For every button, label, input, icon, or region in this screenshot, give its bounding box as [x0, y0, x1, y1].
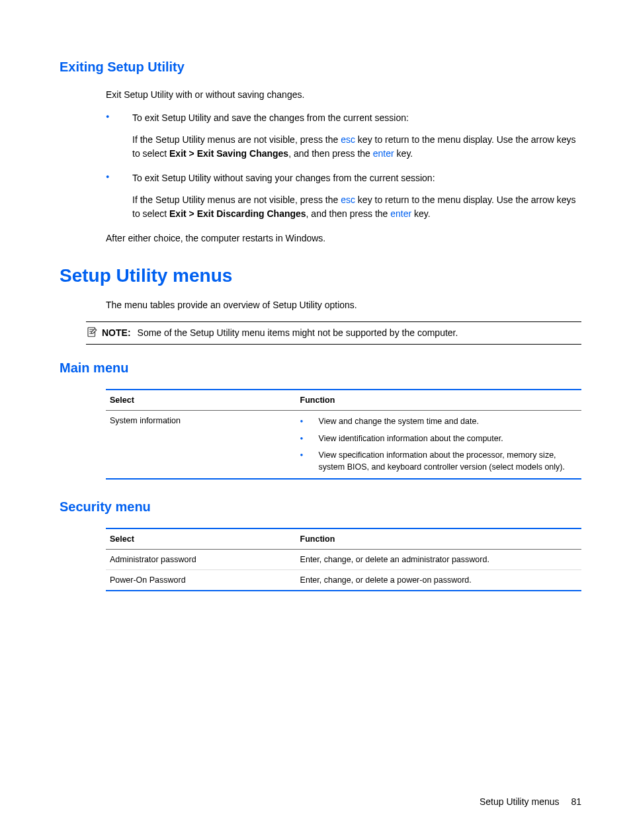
heading-setup-utility-menus: Setup Utility menus: [60, 265, 581, 286]
footer-label: Setup Utility menus: [480, 796, 560, 807]
note-icon: [86, 326, 98, 338]
table-security-menu: Select Function Administrator password E…: [106, 528, 581, 591]
text-exit-nosave-lead: To exit Setup Utility without saving you…: [132, 173, 435, 183]
paragraph-exit-save-detail: If the Setup Utility menus are not visib…: [132, 133, 581, 161]
cell-select: Power-On Password: [106, 570, 296, 591]
page-footer: Setup Utility menus 81: [480, 796, 581, 807]
note-block: NOTE:Some of the Setup Utility menu item…: [86, 321, 581, 345]
paragraph-after-choice: After either choice, the computer restar…: [106, 231, 581, 245]
cell-function: View and change the system time and date…: [296, 411, 581, 480]
table-row: Administrator password Enter, change, or…: [106, 550, 581, 570]
function-item: View identification information about th…: [300, 433, 577, 445]
note-label: NOTE:: [102, 327, 131, 338]
paragraph-menus-intro: The menu tables provide an overview of S…: [106, 298, 581, 312]
key-esc: esc: [341, 194, 355, 205]
th-select: Select: [106, 528, 296, 550]
cell-function: Enter, change, or delete a power-on pass…: [296, 570, 581, 591]
key-enter: enter: [373, 148, 394, 159]
note-text: Some of the Setup Utility menu items mig…: [138, 327, 458, 338]
paragraph-exit-nosave-detail: If the Setup Utility menus are not visib…: [132, 193, 581, 221]
key-enter: enter: [390, 208, 411, 219]
function-item: View and change the system time and date…: [300, 416, 577, 428]
table-main-menu: Select Function System information View …: [106, 389, 581, 480]
cell-select: System information: [106, 411, 296, 480]
th-select: Select: [106, 390, 296, 411]
list-item-exit-save: To exit Setup Utility and save the chang…: [106, 111, 581, 161]
list-item-exit-nosave: To exit Setup Utility without saving you…: [106, 171, 581, 221]
table-row: System information View and change the s…: [106, 411, 581, 480]
table-row: Power-On Password Enter, change, or dele…: [106, 570, 581, 591]
heading-exiting-setup-utility: Exiting Setup Utility: [60, 60, 581, 75]
key-esc: esc: [341, 134, 355, 145]
paragraph-exit-intro: Exit Setup Utility with or without savin…: [106, 88, 581, 102]
page-number: 81: [571, 796, 581, 807]
menu-path-exit-saving: Exit > Exit Saving Changes: [169, 148, 288, 159]
text-exit-save-lead: To exit Setup Utility and save the chang…: [132, 112, 409, 123]
th-function: Function: [296, 390, 581, 411]
heading-main-menu: Main menu: [60, 360, 581, 376]
function-item: View specification information about the…: [300, 450, 577, 473]
menu-path-exit-discarding: Exit > Exit Discarding Changes: [169, 208, 306, 219]
heading-security-menu: Security menu: [60, 499, 581, 515]
cell-select: Administrator password: [106, 550, 296, 570]
cell-function: Enter, change, or delete an administrato…: [296, 550, 581, 570]
th-function: Function: [296, 528, 581, 550]
